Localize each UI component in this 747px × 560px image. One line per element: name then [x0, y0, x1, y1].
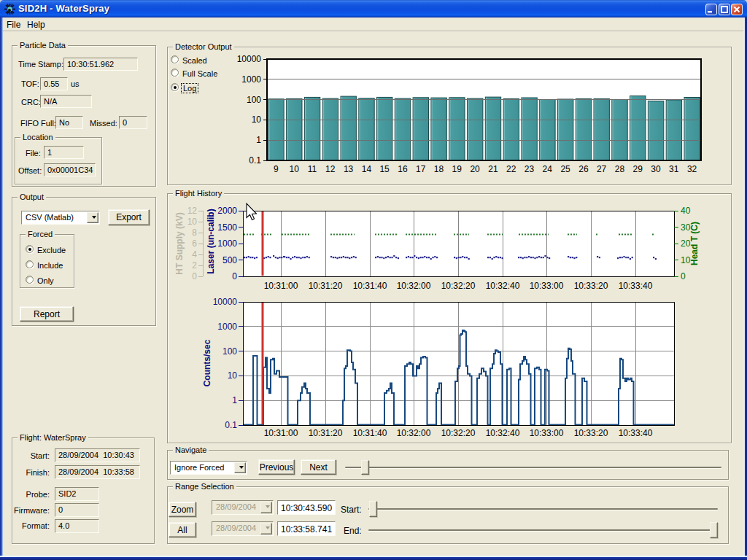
svg-text:10: 10	[252, 114, 262, 125]
svg-text:1000: 1000	[217, 238, 237, 249]
svg-text:12: 12	[187, 206, 198, 216]
svg-text:29: 29	[633, 164, 643, 174]
svg-text:22: 22	[506, 164, 516, 174]
svg-text:23: 23	[525, 164, 535, 174]
svg-text:10:31:40: 10:31:40	[353, 428, 387, 438]
svg-text:10:31:00: 10:31:00	[264, 281, 298, 291]
svg-text:10: 10	[290, 164, 300, 174]
svg-text:10:31:40: 10:31:40	[353, 281, 387, 291]
svg-text:25: 25	[560, 164, 570, 174]
svg-text:30: 30	[651, 164, 661, 174]
svg-text:1000: 1000	[241, 74, 261, 85]
svg-text:16: 16	[398, 164, 408, 174]
svg-text:17: 17	[416, 164, 426, 174]
svg-text:6: 6	[192, 238, 197, 249]
svg-text:32: 32	[687, 164, 697, 174]
svg-text:100: 100	[222, 346, 237, 357]
svg-text:9: 9	[274, 164, 279, 174]
svg-text:Counts/sec: Counts/sec	[202, 339, 212, 386]
svg-text:27: 27	[597, 164, 607, 174]
svg-text:100: 100	[247, 95, 261, 105]
svg-text:10:33:40: 10:33:40	[619, 281, 653, 291]
svg-text:10:32:40: 10:32:40	[486, 428, 520, 438]
svg-text:0.1: 0.1	[249, 155, 261, 166]
svg-text:10:32:40: 10:32:40	[486, 281, 520, 291]
svg-text:31: 31	[669, 164, 679, 174]
svg-text:10:32:00: 10:32:00	[397, 428, 431, 438]
svg-text:10:32:20: 10:32:20	[441, 428, 476, 438]
svg-text:10:32:00: 10:32:00	[397, 281, 431, 291]
svg-text:11: 11	[308, 164, 317, 174]
svg-text:21: 21	[488, 164, 498, 174]
svg-text:10:33:20: 10:33:20	[574, 428, 608, 438]
svg-text:15: 15	[379, 164, 390, 174]
svg-text:500: 500	[222, 255, 237, 265]
svg-text:Laser (un-calib): Laser (un-calib)	[206, 209, 216, 273]
svg-text:13: 13	[344, 164, 354, 174]
svg-text:0: 0	[192, 271, 197, 281]
svg-text:Head T (C): Head T (C)	[689, 222, 700, 265]
svg-text:2: 2	[192, 260, 197, 271]
svg-text:19: 19	[452, 164, 462, 174]
svg-text:10:33:00: 10:33:00	[530, 281, 564, 291]
svg-text:24: 24	[543, 164, 553, 174]
svg-text:4: 4	[192, 249, 197, 260]
svg-text:10:31:20: 10:31:20	[309, 428, 343, 438]
svg-text:8: 8	[192, 228, 197, 238]
svg-text:1: 1	[232, 395, 237, 405]
svg-text:40: 40	[681, 206, 691, 216]
svg-text:10:31:00: 10:31:00	[264, 428, 298, 438]
svg-text:0: 0	[232, 271, 237, 281]
svg-text:0.1: 0.1	[225, 420, 237, 430]
svg-text:14: 14	[362, 164, 372, 174]
svg-text:10:33:20: 10:33:20	[574, 281, 608, 291]
svg-text:12: 12	[325, 164, 336, 174]
svg-text:0: 0	[681, 271, 686, 281]
svg-text:18: 18	[434, 164, 444, 174]
svg-text:20: 20	[470, 164, 480, 174]
svg-text:28: 28	[615, 164, 625, 174]
svg-text:10:31:20: 10:31:20	[309, 281, 343, 291]
svg-text:1: 1	[256, 135, 261, 145]
svg-text:HT Supply (kV): HT Supply (kV)	[174, 212, 185, 274]
svg-text:10:33:00: 10:33:00	[530, 428, 564, 438]
svg-text:10000: 10000	[237, 54, 262, 64]
svg-text:1500: 1500	[217, 222, 237, 233]
svg-text:10:33:40: 10:33:40	[619, 428, 653, 438]
svg-text:10000: 10000	[213, 297, 238, 307]
svg-text:10: 10	[228, 370, 238, 381]
svg-text:1000: 1000	[217, 322, 237, 332]
svg-text:10:32:20: 10:32:20	[441, 281, 476, 291]
svg-text:2000: 2000	[217, 206, 237, 216]
svg-text:10: 10	[187, 217, 198, 227]
svg-text:26: 26	[578, 164, 589, 174]
